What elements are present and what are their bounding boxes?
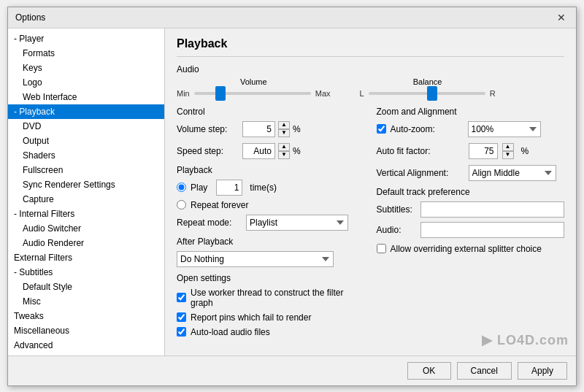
repeat-forever-label: Repeat forever bbox=[191, 200, 248, 210]
repeat-forever-radio[interactable] bbox=[177, 200, 186, 210]
use-worker-thread-checkbox[interactable] bbox=[177, 293, 186, 302]
after-playback-label: After Playback bbox=[177, 237, 365, 247]
volume-step-input[interactable] bbox=[242, 121, 275, 137]
sidebar-item-advanced[interactable]: Advanced bbox=[8, 338, 164, 353]
sidebar-item-keys[interactable]: Keys bbox=[8, 61, 164, 75]
auto-zoom-label: Auto-zoom: bbox=[391, 124, 464, 134]
volume-step-input-group: ▲ ▼ % bbox=[242, 121, 301, 137]
volume-max-label: Max bbox=[315, 89, 331, 98]
sidebar-item-playback[interactable]: - Playback bbox=[8, 104, 164, 119]
auto-zoom-checkbox[interactable] bbox=[377, 124, 386, 134]
sidebar-item-logo[interactable]: Logo bbox=[8, 75, 164, 90]
volume-step-up[interactable]: ▲ bbox=[278, 121, 290, 129]
report-pins-row: Report pins which fail to render bbox=[177, 312, 365, 323]
sidebar-item-web-interface[interactable]: Web Interface bbox=[8, 90, 164, 104]
left-column: Control Volume step: ▲ ▼ % bbox=[177, 107, 365, 342]
volume-slider[interactable] bbox=[194, 92, 311, 95]
options-dialog: Options ✕ - PlayerFormatsKeysLogoWeb Int… bbox=[7, 7, 577, 386]
sliders-row: Volume Min Max Balance L bbox=[177, 77, 564, 98]
auto-fit-unit: % bbox=[521, 146, 529, 156]
auto-load-audio-label: Auto-load audio files bbox=[191, 327, 270, 337]
right-column: Zoom and Alignment Auto-zoom: 100% 50% 2… bbox=[377, 107, 565, 342]
sidebar-item-player[interactable]: - Player bbox=[8, 31, 164, 46]
titlebar: Options ✕ bbox=[8, 7, 576, 28]
sidebar-item-shaders[interactable]: Shaders bbox=[8, 148, 164, 163]
allow-overriding-checkbox[interactable] bbox=[377, 244, 386, 253]
volume-min-label: Min bbox=[177, 89, 190, 98]
sidebar-item-audio-renderer[interactable]: Audio Renderer bbox=[8, 236, 164, 250]
panel-title: Playback bbox=[177, 37, 564, 57]
sidebar-item-output[interactable]: Output bbox=[8, 134, 164, 148]
sidebar-item-capture[interactable]: Capture bbox=[8, 192, 164, 207]
balance-slider-row: L R bbox=[360, 89, 496, 98]
watermark: ▶ LO4D.com bbox=[482, 332, 569, 348]
auto-load-audio-checkbox[interactable] bbox=[177, 327, 186, 337]
sidebar-item-sync-renderer[interactable]: Sync Renderer Settings bbox=[8, 177, 164, 192]
dialog-title: Options bbox=[15, 12, 45, 23]
volume-label: Volume bbox=[240, 77, 267, 86]
volume-step-spinner: ▲ ▼ bbox=[278, 121, 290, 137]
allow-overriding-label: Allow overriding external splitter choic… bbox=[391, 244, 542, 254]
audio-track-row: Audio: bbox=[377, 222, 565, 238]
report-pins-checkbox[interactable] bbox=[177, 312, 186, 322]
after-playback-row: Do Nothing Play Next Stop bbox=[177, 251, 365, 267]
sidebar-item-fullscreen[interactable]: Fullscreen bbox=[8, 163, 164, 177]
play-radio[interactable] bbox=[177, 182, 186, 192]
subtitles-track-label: Subtitles: bbox=[377, 204, 420, 215]
balance-l-label: L bbox=[360, 89, 364, 98]
sidebar-item-tweaks[interactable]: Tweaks bbox=[8, 309, 164, 323]
allow-overriding-row: Allow overriding external splitter choic… bbox=[377, 244, 565, 254]
subtitles-track-input[interactable] bbox=[420, 201, 565, 218]
speed-step-input[interactable] bbox=[242, 143, 275, 159]
auto-fit-factor-label: Auto fit factor: bbox=[377, 146, 464, 156]
sidebar-item-misc[interactable]: Misc bbox=[8, 294, 164, 309]
auto-zoom-dropdown[interactable]: 100% 50% 200% bbox=[468, 121, 541, 137]
audio-track-input[interactable] bbox=[420, 222, 565, 238]
control-section-label: Control bbox=[177, 107, 365, 117]
volume-group: Volume Min Max bbox=[177, 77, 331, 98]
speed-step-up[interactable]: ▲ bbox=[278, 143, 290, 151]
subtitles-track-row: Subtitles: bbox=[377, 201, 565, 218]
repeat-forever-row: Repeat forever bbox=[177, 200, 365, 210]
sidebar-item-external-filters[interactable]: External Filters bbox=[8, 250, 164, 265]
track-pref-label: Default track preference bbox=[377, 187, 565, 197]
volume-step-down[interactable]: ▼ bbox=[278, 129, 290, 137]
sidebar-item-audio-switcher[interactable]: Audio Switcher bbox=[8, 221, 164, 236]
auto-fit-factor-input[interactable] bbox=[469, 143, 498, 159]
sidebar-item-dvd[interactable]: DVD bbox=[8, 119, 164, 134]
speed-step-spinner: ▲ ▼ bbox=[278, 143, 290, 159]
play-times-input[interactable] bbox=[216, 180, 242, 196]
use-worker-thread-row: Use worker thread to construct the filte… bbox=[177, 288, 365, 308]
repeat-mode-dropdown[interactable]: Playlist File None bbox=[246, 215, 348, 231]
balance-group: Balance L R bbox=[360, 77, 496, 98]
after-playback-dropdown[interactable]: Do Nothing Play Next Stop bbox=[177, 251, 334, 267]
balance-slider[interactable] bbox=[369, 92, 485, 95]
sidebar-item-subtitles[interactable]: - Subtitles bbox=[8, 265, 164, 280]
sidebar-item-miscellaneous[interactable]: Miscellaneous bbox=[8, 323, 164, 338]
auto-fit-up[interactable]: ▲ bbox=[502, 143, 514, 151]
play-radio-row: Play time(s) bbox=[177, 180, 365, 196]
vertical-alignment-dropdown[interactable]: Align Middle Align Top Align Bottom bbox=[469, 165, 556, 181]
volume-step-unit: % bbox=[293, 124, 301, 134]
auto-fit-row: Auto fit factor: ▲ ▼ % bbox=[377, 143, 565, 159]
apply-button[interactable]: Apply bbox=[518, 362, 567, 380]
cancel-button[interactable]: Cancel bbox=[457, 362, 512, 380]
auto-load-audio-row: Auto-load audio files bbox=[177, 327, 365, 337]
ok-button[interactable]: OK bbox=[407, 362, 451, 380]
auto-zoom-row: Auto-zoom: 100% 50% 200% bbox=[377, 121, 565, 137]
audio-section: Audio Volume Min Max Balance bbox=[177, 64, 564, 98]
vertical-alignment-label: Vertical Alignment: bbox=[377, 168, 464, 178]
speed-step-input-group: ▲ ▼ % bbox=[242, 143, 301, 159]
auto-fit-down[interactable]: ▼ bbox=[502, 151, 514, 159]
speed-step-down[interactable]: ▼ bbox=[278, 151, 290, 159]
sidebar-item-default-style[interactable]: Default Style bbox=[8, 280, 164, 294]
vertical-alignment-row: Vertical Alignment: Align Middle Align T… bbox=[377, 165, 565, 181]
close-button[interactable]: ✕ bbox=[554, 12, 569, 23]
play-label: Play bbox=[191, 182, 207, 193]
repeat-mode-row: Repeat mode: Playlist File None bbox=[177, 215, 365, 231]
zoom-section-label: Zoom and Alignment bbox=[377, 107, 565, 117]
content-area: - PlayerFormatsKeysLogoWeb Interface- Pl… bbox=[8, 28, 576, 356]
sidebar-item-internal-filters[interactable]: - Internal Filters bbox=[8, 207, 164, 221]
footer: OK Cancel Apply bbox=[8, 356, 576, 385]
sidebar-item-formats[interactable]: Formats bbox=[8, 46, 164, 61]
